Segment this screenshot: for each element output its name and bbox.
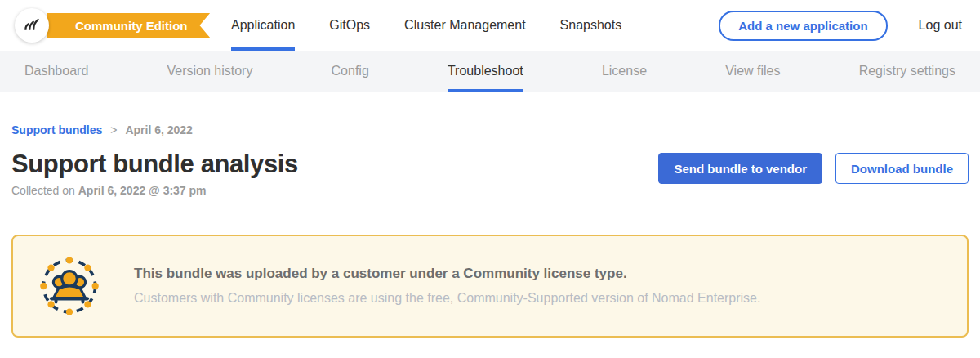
community-group-icon: [38, 254, 101, 318]
subnav-view-files[interactable]: View files: [725, 51, 780, 92]
subnav-config[interactable]: Config: [332, 51, 369, 92]
breadcrumb-current: April 6, 2022: [125, 123, 193, 136]
nav-application[interactable]: Application: [231, 0, 295, 51]
main-content: Support bundles > April 6, 2022 Support …: [0, 92, 980, 338]
header-right: Add a new application Log out: [719, 0, 962, 51]
nav-gitops[interactable]: GitOps: [329, 0, 370, 51]
subnav-troubleshoot[interactable]: Troubleshoot: [448, 51, 523, 92]
subnav-registry-settings[interactable]: Registry settings: [859, 51, 956, 92]
title-block: Support bundle analysis Collected on Apr…: [11, 150, 298, 197]
breadcrumb-separator: >: [110, 123, 117, 136]
logout-link[interactable]: Log out: [919, 18, 962, 33]
page-title: Support bundle analysis: [11, 150, 298, 179]
app-logo[interactable]: [15, 8, 49, 43]
brand: Community Edition: [0, 0, 208, 51]
nav-snapshots[interactable]: Snapshots: [560, 0, 622, 51]
download-bundle-button[interactable]: Download bundle: [835, 153, 969, 184]
subnav-version-history[interactable]: Version history: [167, 51, 252, 92]
subnav-dashboard[interactable]: Dashboard: [24, 51, 88, 92]
subnav-license[interactable]: License: [602, 51, 647, 92]
primary-nav: Application GitOps Cluster Management Sn…: [231, 0, 621, 51]
collected-prefix: Collected on: [11, 184, 78, 197]
app-subnav: Dashboard Version history Config Trouble…: [0, 51, 980, 92]
collected-date: April 6, 2022 @ 3:37 pm: [78, 184, 207, 197]
alert-text: This bundle was uploaded by a customer u…: [134, 266, 760, 306]
bundle-actions: Send bundle to vendor Download bundle: [658, 153, 969, 184]
add-new-application-button[interactable]: Add a new application: [719, 11, 887, 41]
title-row: Support bundle analysis Collected on Apr…: [11, 150, 969, 197]
breadcrumb-support-bundles-link[interactable]: Support bundles: [11, 123, 102, 136]
collected-on: Collected on April 6, 2022 @ 3:37 pm: [11, 184, 298, 197]
breadcrumb: Support bundles > April 6, 2022: [11, 123, 969, 136]
community-edition-badge: Community Edition: [47, 13, 211, 38]
nav-cluster-management[interactable]: Cluster Management: [404, 0, 526, 51]
top-header: Community Edition Application GitOps Clu…: [0, 0, 980, 51]
community-license-alert: This bundle was uploaded by a customer u…: [11, 235, 969, 338]
replicated-logo-icon: [21, 13, 42, 38]
alert-heading: This bundle was uploaded by a customer u…: [134, 266, 760, 282]
alert-body: Customers with Community licenses are us…: [134, 291, 760, 306]
send-bundle-to-vendor-button[interactable]: Send bundle to vendor: [658, 153, 822, 184]
header-spacer: [621, 0, 719, 51]
